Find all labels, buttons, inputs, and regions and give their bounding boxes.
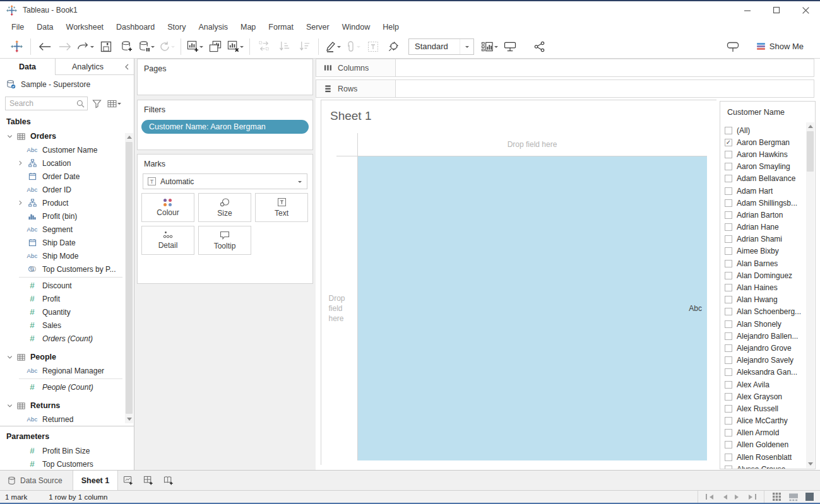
swap-rows-columns-button[interactable] (256, 38, 272, 56)
checkbox[interactable] (725, 454, 732, 461)
previous-sheet-button[interactable] (721, 495, 727, 500)
filter-item-adam-bellavance[interactable]: Adam Bellavance (725, 173, 805, 185)
group-dropdown-caret[interactable] (357, 46, 360, 50)
field-segment[interactable]: AbcSegment (0, 223, 124, 236)
detail-button[interactable]: Detail (141, 226, 194, 255)
checkbox[interactable] (725, 405, 732, 413)
scroll-down-arrow[interactable] (125, 415, 133, 423)
filter-item-alex-russell[interactable]: Alex Russell (725, 402, 805, 414)
checkbox[interactable] (725, 127, 732, 134)
column-drop-zone[interactable]: Drop field here (357, 133, 707, 156)
filter-pill[interactable]: Customer Name: Aaron Bergman (141, 120, 309, 134)
filter-item-adam-hart[interactable]: Adam Hart (725, 185, 805, 197)
redo-button[interactable] (57, 38, 73, 56)
pause-auto-updates-button[interactable] (138, 38, 155, 56)
checkbox[interactable] (725, 381, 732, 389)
next-sheet-button[interactable] (735, 495, 741, 500)
field-discount[interactable]: #Discount (0, 279, 124, 292)
fix-axes-button[interactable] (385, 38, 401, 56)
filter-item-alejandro-grove[interactable]: Alejandro Grove (725, 342, 805, 354)
checkbox[interactable] (725, 235, 732, 243)
menu-file[interactable]: File (5, 23, 30, 32)
filter-item-alan-schoenberg[interactable]: Alan Schoenberg... (725, 306, 805, 318)
rows-shelf[interactable]: Rows (316, 79, 814, 98)
sort-ascending-button[interactable] (276, 38, 292, 56)
field-top-customers-by-p[interactable]: Top Customers by P... (0, 262, 124, 276)
chevron-down-icon[interactable] (5, 355, 14, 360)
new-datasource-button[interactable] (118, 38, 134, 56)
show-filmstrip-button[interactable] (788, 493, 799, 501)
checkbox[interactable] (725, 320, 732, 328)
filter-item-allen-goldenen[interactable]: Allen Goldenen (725, 439, 805, 451)
field-profit[interactable]: #Profit (0, 292, 124, 305)
tooltip-signpost-button[interactable] (725, 38, 741, 56)
refresh-dropdown-caret[interactable] (171, 46, 175, 50)
menu-analysis[interactable]: Analysis (192, 23, 234, 32)
search-input[interactable] (6, 98, 87, 109)
filter-item-alyssa-crouse[interactable]: Alyssa Crouse (725, 463, 805, 469)
scroll-up-arrow[interactable] (806, 122, 814, 131)
quick-filter-scrollbar[interactable] (806, 122, 814, 468)
field-customer-name[interactable]: AbcCustomer Name (0, 143, 124, 156)
new-dashboard-tab-button[interactable] (138, 471, 158, 490)
filter-item-adrian-barton[interactable]: Adrian Barton (725, 209, 805, 221)
filter-item-alice-mccarthy[interactable]: Alice McCarthy (725, 415, 805, 427)
field-order-date[interactable]: Order Date (0, 170, 124, 183)
undo-button[interactable] (37, 38, 53, 56)
checkbox[interactable] (725, 247, 732, 255)
duplicate-sheet-button[interactable] (207, 38, 223, 56)
field-regional-manager[interactable]: AbcRegional Manager (0, 364, 124, 377)
colour-button[interactable]: Colour (141, 193, 194, 222)
checkbox[interactable] (725, 429, 732, 437)
field-people-count[interactable]: #People (Count) (0, 380, 124, 394)
field-profit-bin-size[interactable]: #Profit Bin Size (0, 444, 134, 457)
chevron-down-icon[interactable] (5, 403, 14, 409)
columns-shelf[interactable]: Columns (316, 59, 814, 77)
menu-dashboard[interactable]: Dashboard (110, 23, 161, 32)
scrollbar-thumb[interactable] (807, 131, 814, 172)
show-hide-cards-button[interactable] (481, 38, 498, 56)
checkbox[interactable] (725, 417, 732, 425)
sheet-canvas[interactable]: Abc (358, 156, 707, 460)
menu-format[interactable]: Format (262, 23, 300, 32)
view-options-icon[interactable] (106, 100, 122, 108)
minimize-button[interactable] (733, 1, 762, 19)
chevron-right-icon[interactable] (16, 160, 25, 166)
new-worksheet-button[interactable] (187, 38, 203, 56)
field-location[interactable]: Location (0, 156, 124, 170)
checkbox[interactable] (725, 284, 732, 291)
tooltip-button[interactable]: Tooltip (198, 226, 251, 255)
replay-button[interactable] (77, 38, 94, 56)
collapse-pane-button[interactable] (120, 64, 134, 70)
filter-item-aimee-bixby[interactable]: Aimee Bixby (725, 245, 805, 257)
field-profit-bin[interactable]: Profit (bin) (0, 209, 124, 223)
maximize-button[interactable] (762, 1, 791, 19)
chevron-down-icon[interactable] (5, 134, 14, 139)
show-sheet-sorter-button[interactable] (805, 493, 814, 501)
row-drop-zone[interactable]: Drop field here (321, 156, 357, 460)
mark-type-dropdown[interactable]: T Automatic (143, 173, 307, 189)
last-sheet-button[interactable] (749, 494, 756, 500)
filter-item-allen-armold[interactable]: Allen Armold (725, 427, 805, 439)
filter-item-alan-shonely[interactable]: Alan Shonely (725, 318, 805, 330)
mark-type-caret[interactable] (292, 179, 307, 185)
filter-item-alan-haines[interactable]: Alan Haines (725, 281, 805, 293)
menu-story[interactable]: Story (161, 23, 192, 32)
tableau-logo-button[interactable] (8, 38, 25, 56)
highlight-dropdown-caret[interactable] (337, 46, 341, 50)
field-product[interactable]: Product (0, 196, 124, 209)
filter-item-alan-barnes[interactable]: Alan Barnes (725, 257, 805, 269)
filter-item-alex-grayson[interactable]: Alex Grayson (725, 390, 805, 402)
filter-item-alex-avila[interactable]: Alex Avila (725, 378, 805, 390)
checkbox[interactable] (725, 332, 732, 340)
pause-dropdown-caret[interactable] (151, 46, 155, 50)
filter-item-adrian-shami[interactable]: Adrian Shami (725, 233, 805, 245)
checkbox[interactable] (725, 466, 732, 469)
checkbox[interactable] (725, 272, 732, 279)
checkbox[interactable] (725, 223, 732, 231)
field-top-customers[interactable]: #Top Customers (0, 457, 134, 471)
filter-item-adrian-hane[interactable]: Adrian Hane (725, 221, 805, 233)
checkbox[interactable] (725, 187, 732, 195)
field-ship-mode[interactable]: AbcShip Mode (0, 249, 124, 262)
scrollbar-thumb[interactable] (126, 142, 133, 414)
